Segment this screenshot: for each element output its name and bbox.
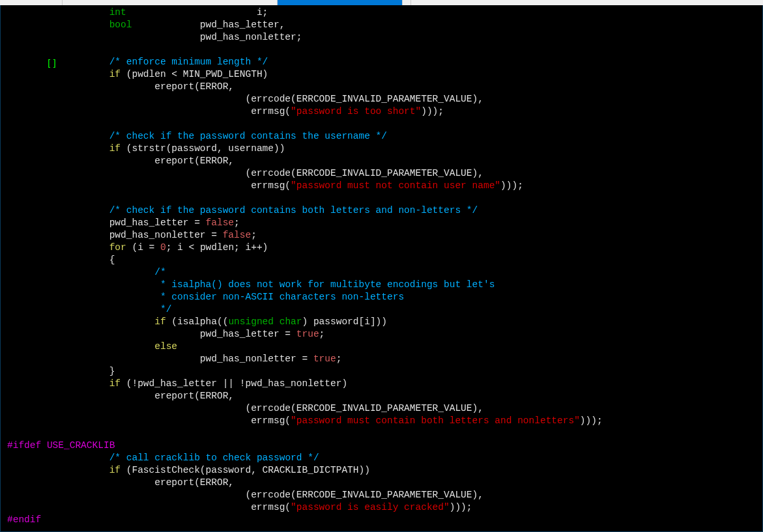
code-token-normal [7, 453, 109, 463]
code-token-bool: true [296, 329, 319, 339]
code-token-normal: i; [126, 7, 268, 18]
code-token-string: "password must contain both letters and … [291, 415, 580, 426]
code-token-preproc: #endif [7, 514, 41, 525]
code-token-normal: pwd_has_letter, [132, 20, 285, 30]
code-token-normal: errmsg( [7, 502, 291, 512]
fold-marker-icon[interactable]: [] [46, 57, 57, 70]
code-token-normal: ; [336, 354, 342, 364]
code-token-string: "password is easily cracked" [291, 502, 450, 512]
code-token-normal: ))); [421, 106, 444, 117]
code-token-keyword: if [109, 69, 121, 79]
code-token-normal [7, 69, 109, 79]
code-token-normal: (errcode(ERRCODE_INVALID_PARAMETER_VALUE… [7, 168, 483, 178]
code-token-normal: (strstr(password, username)) [121, 143, 285, 154]
code-token-normal: (errcode(ERRCODE_INVALID_PARAMETER_VALUE… [7, 94, 483, 104]
code-token-comment: /* [154, 267, 166, 277]
code-token-comment: /* check if the password contains both l… [109, 205, 478, 216]
code-token-normal: pwd_has_letter = [7, 329, 296, 339]
inactive-tab[interactable] [0, 0, 63, 5]
code-token-preproc: #ifdef USE_CRACKLIB [7, 440, 115, 451]
code-token-normal [7, 378, 109, 389]
code-token-normal [7, 316, 154, 327]
code-token-comment: /* check if the password contains the us… [109, 131, 387, 141]
code-token-normal [7, 304, 160, 315]
window-tab-strip [0, 0, 763, 5]
code-token-normal: pwd_has_letter = [7, 217, 206, 228]
code-token-bool: true [313, 354, 336, 364]
code-token-normal: ; [251, 230, 257, 240]
code-token-number: 0 [160, 242, 166, 253]
code-token-normal [7, 341, 154, 352]
inactive-tab[interactable] [403, 0, 411, 5]
active-tab[interactable] [278, 0, 403, 5]
code-token-normal: (!pwd_has_letter || !pwd_has_nonletter) [121, 378, 347, 389]
code-token-normal: errmsg( [7, 106, 291, 117]
code-token-normal [7, 267, 154, 277]
code-token-keyword: if [109, 143, 121, 154]
code-token-normal [7, 7, 109, 18]
code-token-type: unsigned char [228, 316, 302, 327]
code-token-normal [7, 20, 109, 30]
code-token-normal: (errcode(ERRCODE_INVALID_PARAMETER_VALUE… [7, 403, 483, 413]
code-token-string: "password must not contain user name" [291, 180, 500, 191]
code-token-normal: pwd_has_nonletter = [7, 230, 223, 240]
code-token-bool: false [206, 217, 235, 228]
code-token-normal: pwd_has_nonletter; [7, 32, 302, 42]
code-token-type: bool [109, 20, 132, 30]
code-token-normal: ; [319, 329, 325, 339]
code-token-normal [7, 465, 109, 475]
code-token-comment: /* call cracklib to check password */ [109, 453, 319, 463]
code-token-normal: ))); [580, 415, 603, 426]
code-token-normal: errmsg( [7, 180, 291, 191]
code-token-keyword: if [154, 316, 166, 327]
code-token-normal [7, 143, 109, 154]
code-editor-viewport[interactable]: [] int i; bool pwd_has_letter, pwd_has_n… [0, 5, 763, 532]
code-token-comment: */ [160, 304, 171, 315]
code-token-normal: (i = [126, 242, 160, 253]
code-token-normal: (errcode(ERRCODE_INVALID_PARAMETER_VALUE… [7, 490, 483, 500]
code-token-normal: ereport(ERROR, [7, 477, 234, 488]
code-token-keyword: if [109, 465, 121, 475]
code-token-normal [7, 131, 109, 141]
code-token-normal: } [7, 366, 115, 376]
code-token-comment: * consider non-ASCII characters non-lett… [160, 292, 404, 302]
code-token-keyword: for [109, 242, 126, 253]
source-code[interactable]: int i; bool pwd_has_letter, pwd_has_nonl… [1, 7, 762, 526]
code-token-normal: (pwdlen < MIN_PWD_LENGTH) [121, 69, 268, 79]
inactive-tab[interactable] [63, 0, 278, 5]
code-token-keyword: else [154, 341, 177, 352]
code-token-normal: pwd_has_nonletter = [7, 354, 313, 364]
code-token-normal [7, 242, 109, 253]
code-token-normal [7, 205, 109, 216]
code-token-normal: ) password[i])) [302, 316, 388, 327]
code-token-normal [7, 292, 160, 302]
code-token-normal: ereport(ERROR, [7, 81, 234, 92]
code-token-normal: ; i < pwdlen; i++) [166, 242, 268, 253]
code-token-normal: errmsg( [7, 415, 291, 426]
code-token-normal [7, 57, 109, 67]
code-token-normal [7, 279, 160, 290]
code-token-string: "password is too short" [291, 106, 421, 117]
code-token-normal: { [7, 255, 115, 265]
code-token-comment: /* enforce minimum length */ [109, 57, 268, 67]
code-token-normal: ereport(ERROR, [7, 156, 234, 166]
code-token-normal: ))); [500, 180, 523, 191]
code-token-normal: (FascistCheck(password, CRACKLIB_DICTPAT… [121, 465, 370, 475]
code-token-normal: ))); [450, 502, 472, 512]
code-token-normal: ; [234, 217, 240, 228]
code-token-bool: false [223, 230, 252, 240]
code-token-keyword: if [109, 378, 121, 389]
code-token-normal: ereport(ERROR, [7, 391, 234, 401]
code-token-type: int [109, 7, 126, 18]
code-token-normal: (isalpha(( [166, 316, 229, 327]
code-token-comment: * isalpha() does not work for multibyte … [160, 279, 495, 290]
